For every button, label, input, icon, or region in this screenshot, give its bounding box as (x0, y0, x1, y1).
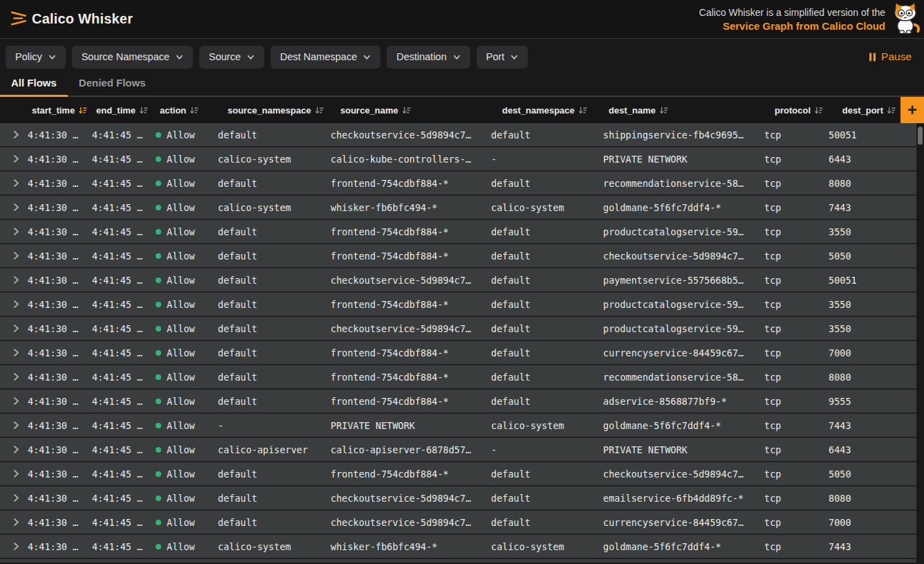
flow-row[interactable]: 4:41:30 … 4:41:45 … Allow default checko… (0, 511, 916, 535)
vertical-scrollbar-thumb[interactable] (918, 127, 923, 145)
pause-icon (869, 53, 876, 62)
allow-status-dot (156, 374, 161, 380)
flow-row[interactable]: 4:41:30 … 4:41:45 … Allow calico-system … (0, 196, 916, 220)
cell-dest-port: 3550 (826, 317, 916, 340)
row-expand-chevron-icon[interactable] (0, 244, 25, 267)
row-expand-chevron-icon[interactable] (0, 341, 25, 364)
column-header-protocol[interactable]: protocol (761, 105, 826, 116)
tab-all-flows[interactable]: All Flows (0, 75, 68, 95)
allow-status-dot (156, 495, 161, 501)
flow-row[interactable]: 4:41:30 … 4:41:45 … Allow default fronte… (0, 293, 916, 317)
cell-protocol: tcp (761, 269, 826, 291)
whisker-logo-icon (10, 9, 28, 30)
cell-protocol: tcp (761, 293, 826, 316)
row-expand-chevron-icon[interactable] (0, 172, 25, 194)
cell-source-namespace: default (215, 341, 328, 364)
cell-dest-port: 8080 (826, 486, 916, 509)
flow-row[interactable]: 4:41:30 … 4:41:45 … Allow default checko… (0, 486, 916, 511)
filter-policy-button[interactable]: Policy (6, 46, 66, 69)
column-header-source-namespace[interactable]: source_namespace (215, 105, 328, 116)
flow-row[interactable]: 4:41:30 … 4:41:45 … Allow calico-apiserv… (0, 438, 916, 462)
filter-dest-namespace-button[interactable]: Dest Namespace (270, 46, 380, 69)
column-header-dest-name[interactable]: dest_name (600, 105, 761, 116)
row-expand-chevron-icon[interactable] (0, 317, 25, 340)
column-header-action[interactable]: action (153, 105, 215, 116)
flow-row[interactable]: 4:41:30 … 4:41:45 … Allow default fronte… (0, 220, 916, 244)
row-expand-chevron-icon[interactable] (0, 535, 25, 558)
chevron-down-icon (363, 53, 371, 61)
column-header-end-time[interactable]: end_time (89, 105, 153, 116)
flow-row[interactable]: 4:41:30 … 4:41:45 … Allow default fronte… (0, 341, 916, 365)
action-label: Allow (167, 154, 195, 165)
row-expand-chevron-icon[interactable] (0, 123, 25, 146)
row-expand-chevron-icon[interactable] (0, 147, 25, 170)
add-column-button[interactable]: + (900, 97, 924, 123)
cell-end-time: 4:41:45 … (89, 535, 153, 558)
flow-row[interactable]: 4:41:30 … 4:41:45 … Allow default fronte… (0, 390, 916, 414)
row-expand-chevron-icon[interactable] (0, 414, 25, 437)
sort-icon (139, 106, 148, 115)
flow-row[interactable]: 4:41:30 … 4:41:45 … Allow calico-system … (0, 147, 916, 172)
row-expand-chevron-icon[interactable] (0, 438, 25, 461)
cell-start-time: 4:41:30 … (25, 365, 89, 388)
row-expand-chevron-icon[interactable] (0, 220, 25, 243)
flow-row[interactable]: 4:41:30 … 4:41:45 … Allow - PRIVATE NETW… (0, 414, 916, 438)
cell-dest-namespace: default (488, 123, 600, 146)
action-label: Allow (167, 323, 195, 334)
cell-source-name: calico-kube-controllers-… (328, 147, 488, 170)
pause-button[interactable]: Pause (867, 48, 913, 66)
cell-end-time: 4:41:45 … (89, 123, 153, 146)
allow-status-dot (156, 471, 161, 477)
tab-denied-flows[interactable]: Denied Flows (68, 75, 157, 95)
cell-action: Allow (153, 123, 215, 146)
row-expand-chevron-icon[interactable] (0, 511, 25, 534)
row-expand-chevron-icon[interactable] (0, 462, 25, 485)
flow-row[interactable]: 4:41:30 … 4:41:45 … Allow default checko… (0, 269, 916, 293)
action-label: Allow (167, 275, 195, 286)
cell-action: Allow (153, 244, 215, 267)
app-title: Calico Whisker (32, 11, 133, 27)
row-expand-chevron-icon[interactable] (0, 196, 25, 219)
action-label: Allow (167, 420, 195, 431)
flow-row[interactable]: 4:41:30 … 4:41:45 … Allow default fronte… (0, 365, 916, 390)
filter-source-namespace-button[interactable]: Source Namespace (72, 46, 193, 69)
action-label: Allow (167, 129, 195, 140)
flow-row[interactable]: 4:41:30 … 4:41:45 … Allow default checko… (0, 317, 916, 341)
cell-source-namespace: default (215, 365, 328, 388)
cell-source-name: frontend-754cdbf884-* (328, 390, 488, 412)
cell-start-time: 4:41:30 … (25, 269, 89, 291)
cell-end-time: 4:41:45 … (89, 244, 153, 267)
cell-action: Allow (153, 172, 215, 194)
flow-row[interactable]: 4:41:30 … 4:41:45 … Allow default fronte… (0, 172, 916, 196)
flow-row[interactable]: 4:41:30 … 4:41:45 … Allow default fronte… (0, 462, 916, 486)
filter-destination-button[interactable]: Destination (387, 46, 470, 69)
filter-source-button[interactable]: Source (199, 46, 264, 69)
filter-port-button[interactable]: Port (477, 46, 528, 69)
flow-row[interactable]: 4:41:30 … 4:41:45 … Allow default checko… (0, 123, 916, 147)
chevron-down-icon (48, 53, 56, 61)
cell-source-name: checkoutservice-5d9894c7… (328, 317, 488, 340)
column-header-start-time[interactable]: start_time (25, 105, 89, 116)
flow-row[interactable]: 4:41:30 … 4:41:45 … Allow default fronte… (0, 244, 916, 269)
service-graph-link[interactable]: Service Graph from Calico Cloud (699, 19, 885, 33)
chevron-down-icon (510, 53, 518, 61)
row-expand-chevron-icon[interactable] (0, 486, 25, 509)
cell-start-time: 4:41:30 … (25, 244, 89, 267)
brand: Calico Whisker (10, 9, 133, 30)
cell-protocol: tcp (761, 196, 826, 219)
cell-dest-name: currencyservice-84459c67… (600, 511, 761, 534)
tagline: Calico Whisker is a simplified version o… (699, 6, 885, 33)
cell-source-name: checkoutservice-5d9894c7… (328, 511, 488, 534)
row-expand-chevron-icon[interactable] (0, 365, 25, 388)
column-header-source-name[interactable]: source_name (328, 105, 488, 116)
flow-row[interactable]: 4:41:30 … 4:41:45 … Allow calico-system … (0, 535, 916, 559)
cell-start-time: 4:41:30 … (25, 535, 89, 558)
row-expand-chevron-icon[interactable] (0, 269, 25, 291)
row-expand-chevron-icon[interactable] (0, 293, 25, 316)
cell-dest-name: productcatalogservice-59… (600, 220, 761, 243)
column-header-dest-namespace[interactable]: dest_namespace (488, 105, 600, 116)
cell-protocol: tcp (761, 535, 826, 558)
row-expand-chevron-icon[interactable] (0, 390, 25, 412)
action-label: Allow (167, 226, 195, 237)
cell-dest-name: goldmane-5f6fc7ddf4-* (600, 414, 761, 437)
